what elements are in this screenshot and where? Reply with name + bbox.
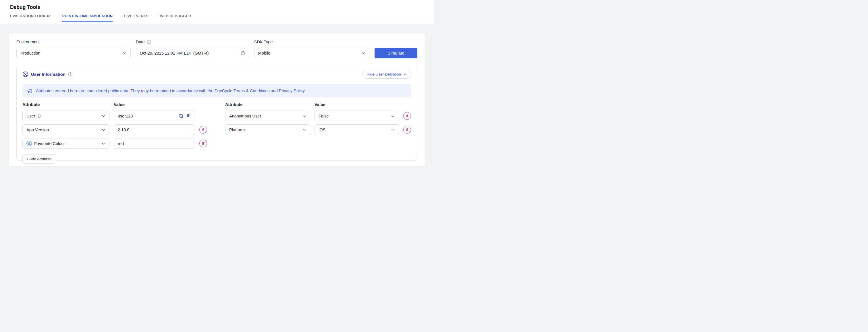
value-select-platform[interactable]: iOS bbox=[314, 124, 399, 135]
value-field-app-version bbox=[114, 124, 195, 135]
megaphone-icon bbox=[27, 88, 32, 94]
user-information-header: User Information Hide User Definition bbox=[22, 70, 411, 79]
chevron-down-icon bbox=[391, 114, 395, 118]
attributes-grid: Attribute Value Attribute Value User ID … bbox=[22, 102, 411, 164]
delete-anonymous-user-button[interactable] bbox=[403, 112, 411, 120]
tab-evaluation-lookup[interactable]: EVALUATION LOOKUP bbox=[10, 14, 51, 22]
date-input-value: Oct 20, 2025 12:01 PM EDT (GMT-4) bbox=[140, 51, 209, 55]
tab-live-events[interactable]: LIVE EVENTS bbox=[124, 14, 149, 22]
chevron-down-icon bbox=[123, 51, 127, 55]
user-information-title: User Information bbox=[31, 72, 65, 77]
value-field-favourite-colour bbox=[114, 138, 195, 149]
tab-web-debugger[interactable]: WEB DEBUGGER bbox=[160, 14, 191, 22]
chevron-down-icon bbox=[391, 128, 395, 132]
page-title: Debug Tools bbox=[10, 0, 434, 10]
attribute-select-user-id[interactable]: User ID bbox=[22, 111, 110, 121]
date-info-icon[interactable] bbox=[147, 40, 151, 44]
attribute-column-header: Attribute bbox=[225, 102, 310, 107]
calendar-icon[interactable] bbox=[240, 51, 245, 55]
date-label: Date bbox=[136, 40, 145, 44]
delete-app-version-button[interactable] bbox=[199, 126, 207, 133]
trash-icon bbox=[202, 128, 205, 131]
user-id-input[interactable] bbox=[118, 114, 179, 118]
chevron-down-icon bbox=[302, 128, 306, 132]
chevron-down-icon bbox=[101, 128, 105, 132]
attribute-select-platform[interactable]: Platform bbox=[225, 124, 310, 135]
attribute-select-app-version[interactable]: App Version bbox=[22, 124, 110, 135]
simulation-form-row: Environment Production Date Oct 20, 2025… bbox=[17, 40, 417, 58]
chevron-up-icon bbox=[403, 72, 407, 76]
value-select-anonymous-user[interactable]: False bbox=[314, 111, 399, 121]
add-attribute-button[interactable]: + Add Attribute bbox=[22, 154, 55, 164]
value-column-header: Value bbox=[314, 102, 399, 107]
value-field-user-id bbox=[114, 111, 195, 121]
regenerate-user-id-icon[interactable] bbox=[179, 114, 184, 118]
app-version-input[interactable] bbox=[118, 127, 191, 132]
page-header: Debug Tools EVALUATION LOOKUP POINT-IN-T… bbox=[0, 0, 434, 24]
delete-favourite-colour-button[interactable] bbox=[199, 140, 207, 147]
attribute-select-favourite-colour[interactable]: S Favourite Colour bbox=[22, 138, 110, 149]
trash-icon bbox=[202, 142, 205, 145]
date-input[interactable]: Oct 20, 2025 12:01 PM EDT (GMT-4) bbox=[136, 48, 249, 58]
attribute-column-header: Attribute bbox=[22, 102, 110, 107]
sdk-type-select-value: Mobile bbox=[258, 51, 271, 55]
tab-point-in-time-simulation[interactable]: POINT-IN-TIME SIMULATION bbox=[62, 14, 113, 22]
sdk-type-label: SDK Type bbox=[254, 40, 370, 44]
favourite-colour-input[interactable] bbox=[118, 141, 191, 146]
string-type-badge: S bbox=[26, 141, 32, 146]
hide-user-definition-label: Hide User Definition bbox=[367, 72, 401, 77]
user-circle-icon bbox=[22, 71, 28, 77]
sdk-type-select[interactable]: Mobile bbox=[254, 48, 370, 58]
hide-user-definition-button[interactable]: Hide User Definition bbox=[362, 70, 411, 79]
environment-select[interactable]: Production bbox=[17, 48, 131, 58]
environment-select-value: Production bbox=[21, 51, 40, 55]
chevron-down-icon bbox=[101, 142, 105, 146]
chevron-down-icon bbox=[101, 114, 105, 118]
tab-bar: EVALUATION LOOKUP POINT-IN-TIME SIMULATI… bbox=[10, 14, 434, 22]
trash-icon bbox=[405, 114, 409, 118]
add-user-icon[interactable] bbox=[186, 114, 191, 118]
chevron-down-icon bbox=[361, 51, 365, 55]
attribute-select-anonymous-user[interactable]: Anonymous User bbox=[225, 111, 310, 121]
trash-icon bbox=[405, 128, 409, 131]
simulate-button[interactable]: Simulate bbox=[375, 48, 417, 58]
user-information-section: User Information Hide User Definition At… bbox=[17, 66, 417, 160]
public-data-notice-text: Attributes entered here are considered p… bbox=[36, 88, 306, 93]
simulation-card: Environment Production Date Oct 20, 2025… bbox=[9, 33, 425, 166]
chevron-down-icon bbox=[302, 114, 306, 118]
environment-label: Environment bbox=[17, 40, 131, 44]
public-data-notice: Attributes entered here are considered p… bbox=[22, 84, 411, 97]
value-column-header: Value bbox=[114, 102, 195, 107]
delete-platform-button[interactable] bbox=[403, 126, 411, 133]
user-information-info-icon[interactable] bbox=[68, 72, 73, 77]
